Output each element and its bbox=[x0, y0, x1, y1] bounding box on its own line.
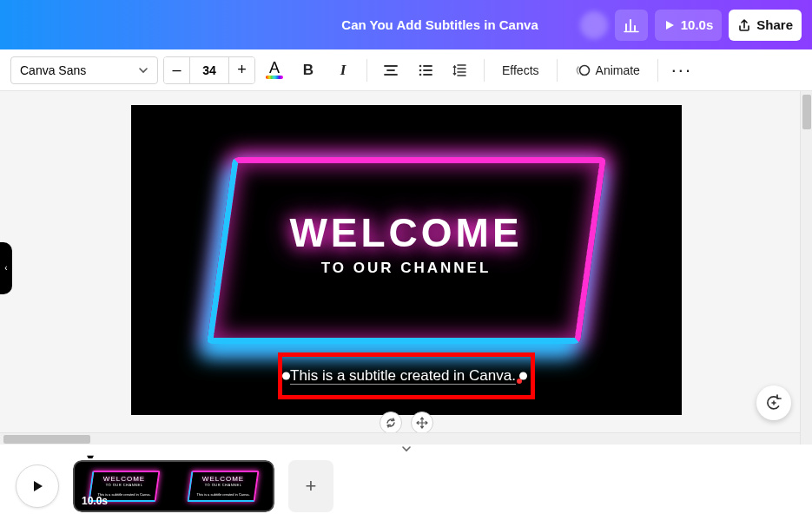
text-toolbar: Canva Sans – 34 + A B I Effects Animate … bbox=[0, 49, 812, 91]
animate-button[interactable]: Animate bbox=[566, 56, 649, 85]
design-canvas[interactable]: WELCOME TO OUR CHANNEL This is a subtitl… bbox=[131, 105, 682, 415]
duration-label: 10.0s bbox=[681, 17, 714, 32]
avatar[interactable] bbox=[580, 11, 608, 39]
analytics-button[interactable] bbox=[615, 10, 648, 41]
quick-action-fab[interactable] bbox=[756, 385, 791, 420]
timeline-clip[interactable]: WELCOME TO OUR CHANNEL This is a subtitl… bbox=[73, 460, 274, 512]
header-bar: Can You Add Subtitles in Canva 10.0s Sha… bbox=[0, 0, 812, 49]
text-color-button[interactable]: A bbox=[261, 56, 288, 84]
share-label: Share bbox=[756, 17, 793, 32]
font-select[interactable]: Canva Sans bbox=[10, 56, 158, 84]
spacing-icon bbox=[452, 63, 468, 78]
refresh-plus-icon bbox=[765, 394, 782, 412]
sync-icon bbox=[385, 417, 397, 429]
clip-thumbnail: WELCOME TO OUR CHANNEL This is a subtitl… bbox=[180, 466, 267, 506]
spacing-button[interactable] bbox=[446, 56, 475, 85]
timeline-collapse-button[interactable] bbox=[400, 445, 413, 453]
font-size-decrease[interactable]: – bbox=[164, 57, 190, 83]
welcome-heading[interactable]: WELCOME bbox=[289, 209, 522, 256]
analytics-icon bbox=[624, 17, 639, 33]
share-icon bbox=[737, 18, 751, 32]
scrollbar-thumb[interactable] bbox=[3, 435, 90, 444]
font-size-group: – 34 + bbox=[163, 56, 255, 84]
separator bbox=[366, 59, 367, 82]
align-center-icon bbox=[383, 63, 399, 78]
alignment-button[interactable] bbox=[376, 56, 406, 85]
move-icon bbox=[416, 417, 428, 429]
italic-button[interactable]: I bbox=[328, 56, 358, 85]
subtitle-text: This is a subtitle created in Canva. bbox=[290, 367, 516, 385]
effects-button[interactable]: Effects bbox=[493, 56, 548, 85]
svg-point-1 bbox=[419, 69, 422, 71]
scrollbar-thumb[interactable] bbox=[802, 95, 811, 129]
cursor-dot-icon bbox=[517, 379, 522, 384]
add-page-button[interactable]: + bbox=[288, 460, 333, 512]
more-button[interactable]: ··· bbox=[667, 56, 696, 85]
svg-point-3 bbox=[579, 65, 589, 75]
play-icon bbox=[663, 19, 676, 31]
present-duration-button[interactable]: 10.0s bbox=[655, 10, 723, 41]
play-button[interactable] bbox=[16, 464, 59, 508]
collapse-sidepanel-button[interactable]: ‹ bbox=[0, 242, 12, 294]
bold-button[interactable]: B bbox=[294, 56, 323, 85]
chevron-down-icon bbox=[400, 445, 413, 453]
font-name: Canva Sans bbox=[20, 63, 86, 77]
list-button[interactable] bbox=[411, 56, 440, 85]
horizontal-scrollbar[interactable] bbox=[0, 432, 800, 445]
svg-point-0 bbox=[419, 64, 422, 67]
design-title[interactable]: Can You Add Subtitles in Canva bbox=[341, 17, 538, 32]
workspace: ‹ WELCOME TO OUR CHANNEL This is a subti… bbox=[0, 91, 812, 445]
share-button[interactable]: Share bbox=[729, 10, 802, 41]
move-button[interactable] bbox=[411, 412, 433, 434]
sync-button[interactable] bbox=[380, 412, 402, 434]
timeline: ▾ WELCOME TO OUR CHANNEL This is a subti… bbox=[0, 445, 812, 527]
separator bbox=[484, 59, 485, 82]
welcome-subheading[interactable]: TO OUR CHANNEL bbox=[321, 260, 492, 277]
subtitle-textbox[interactable]: This is a subtitle created in Canva. bbox=[290, 367, 522, 385]
animate-icon bbox=[575, 63, 591, 78]
separator bbox=[657, 59, 658, 82]
rainbow-bar-icon bbox=[266, 76, 283, 79]
svg-point-2 bbox=[419, 73, 422, 76]
font-size-increase[interactable]: + bbox=[228, 57, 254, 83]
vertical-scrollbar[interactable] bbox=[800, 91, 812, 445]
play-icon bbox=[30, 478, 45, 494]
text-color-letter: A bbox=[269, 62, 280, 74]
canvas-float-controls bbox=[380, 412, 433, 434]
list-icon bbox=[418, 63, 433, 78]
annotation-highlight-box: This is a subtitle created in Canva. bbox=[278, 352, 535, 399]
separator bbox=[557, 59, 558, 82]
font-size-value[interactable]: 34 bbox=[190, 57, 228, 83]
chevron-down-icon bbox=[138, 65, 149, 76]
